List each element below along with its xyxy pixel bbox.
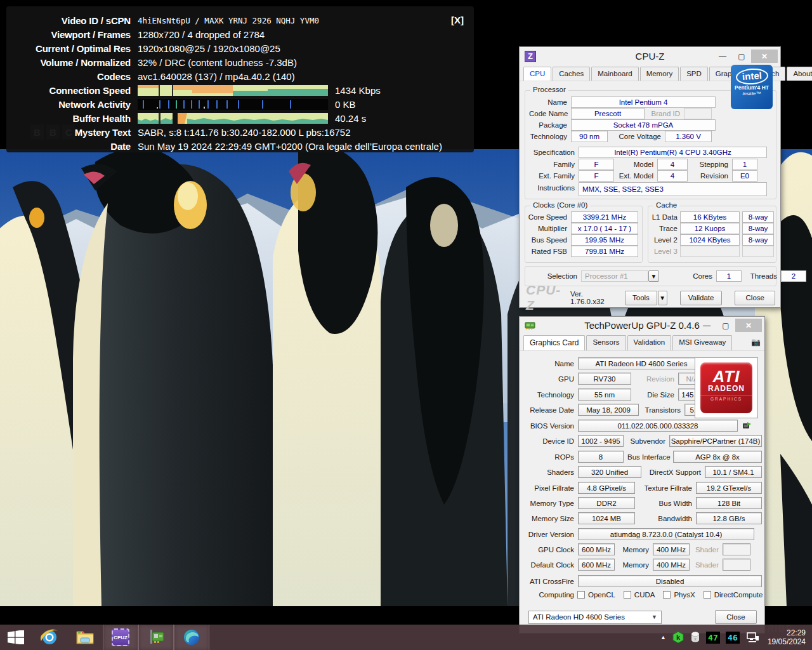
clock-date: 19/05/2024	[768, 637, 806, 646]
kaspersky-tray-icon[interactable]: k	[672, 631, 684, 644]
opencl-checkbox[interactable]	[577, 591, 585, 599]
brand-id-value	[684, 108, 712, 119]
bandwidth-value: 12.8 GB/s	[696, 512, 762, 524]
field-label: Package	[529, 121, 567, 129]
stats-row: Viewport / Frames 1280x720 / 4 dropped o…	[6, 27, 474, 41]
show-hidden-icons-arrow[interactable]: ▲	[660, 634, 666, 640]
taskbar-cpuz[interactable]: CPUZ	[103, 625, 138, 650]
gpu-select-dropdown[interactable]: ATI Radeon HD 4600 Series ▼	[528, 611, 662, 624]
internet-explorer-icon	[40, 628, 59, 646]
tab-spd[interactable]: SPD	[680, 67, 708, 81]
memory-type-value: DDR2	[578, 497, 635, 509]
stats-close-button[interactable]: [X]	[451, 15, 464, 25]
field-label: Shaders	[523, 468, 574, 476]
bus-width-value: 128 Bit	[696, 497, 762, 509]
tab-mainboard[interactable]: Mainboard	[591, 67, 638, 81]
field-label: Computing	[523, 591, 574, 599]
close-icon[interactable]: ✕	[735, 319, 762, 332]
field-label: Family	[529, 161, 575, 168]
ext-model-value: 4	[657, 170, 688, 182]
field-label: BIOS Version	[523, 422, 574, 430]
field-label: GPU Clock	[523, 546, 574, 554]
taskbar-edge[interactable]	[174, 625, 209, 650]
field-label: Name	[523, 360, 574, 368]
stats-row-connection: Connection Speed 1434 Kbps	[6, 83, 474, 97]
network-tray-icon[interactable]	[745, 631, 759, 644]
taskbar-gpuz[interactable]	[138, 625, 174, 650]
cpuz-close-button[interactable]: Close	[735, 291, 775, 305]
edge-icon	[183, 628, 200, 646]
stats-row: Date Sun May 19 2024 22:29:49 GMT+0200 (…	[6, 139, 474, 153]
buffer-health-graph	[138, 113, 328, 124]
checkbox-label: OpenCL	[588, 591, 615, 599]
graphics-text: GRAPHICS	[700, 395, 752, 401]
tab-graphics-card[interactable]: Graphics Card	[523, 335, 585, 350]
bios-version-value: 011.022.005.000.033328	[578, 420, 738, 432]
minimize-icon[interactable]: —	[713, 50, 732, 63]
tools-button[interactable]: Tools	[625, 291, 657, 305]
screenshot-camera-icon[interactable]: 📷	[751, 335, 761, 350]
start-button[interactable]	[0, 625, 32, 650]
taskbar-clock[interactable]: 22:29 19/05/2024	[765, 628, 806, 646]
checkbox-label: CUDA	[634, 591, 655, 599]
taskbar-file-explorer[interactable]	[67, 625, 103, 650]
dropdown-arrow-icon[interactable]: ▾	[648, 270, 659, 282]
ati-logo-box: ATI RADEON GRAPHICS	[695, 357, 758, 418]
physx-checkbox[interactable]	[663, 591, 671, 599]
l2-assoc-value: 8-way	[742, 234, 774, 246]
gpu-temp-tray-readout[interactable]: 47	[706, 632, 720, 644]
selection-groupbox: Selection Processor #1 ▾ Cores 1 Threads…	[525, 266, 776, 286]
bus-interface-value: AGP 8x @ 8x	[673, 451, 762, 463]
cpuz-taskbar-icon: CPUZ	[112, 628, 129, 646]
cpu-name-value: Intel Pentium 4	[571, 96, 716, 108]
stats-label: Date	[15, 141, 131, 152]
stats-value: avc1.640028 (137) / mp4a.40.2 (140)	[138, 71, 295, 82]
gpu-technology-value: 55 nm	[578, 388, 631, 401]
tab-memory[interactable]: Memory	[640, 67, 679, 81]
tools-dropdown-icon[interactable]: ▾	[658, 291, 667, 305]
white-utility-tray-icon[interactable]: x	[690, 631, 700, 644]
ext-family-value: F	[579, 170, 614, 182]
tab-msi-giveaway[interactable]: MSI Giveaway	[672, 335, 732, 350]
taskbar-internet-explorer[interactable]	[32, 625, 67, 650]
field-label: Multiplier	[528, 225, 567, 232]
intel-pentium-text: Pentium'4 HT	[731, 84, 773, 91]
directcompute-checkbox[interactable]	[704, 591, 711, 599]
processor-selection-dropdown[interactable]: Processor #1	[581, 270, 648, 282]
field-label: Technology	[523, 391, 574, 399]
close-icon[interactable]: ✕	[751, 50, 778, 63]
stats-for-nerds-panel: [X] Video ID / sCPN 4hiENsNt6pU / MAXK Y…	[6, 6, 474, 152]
cuda-checkbox[interactable]	[624, 591, 631, 599]
rated-fsb-value: 799.81 MHz	[571, 246, 638, 257]
field-label: Revision	[635, 375, 674, 383]
tab-caches[interactable]: Caches	[553, 67, 590, 81]
field-label: Device ID	[523, 437, 574, 445]
pixel-fillrate-value: 4.8 GPixel/s	[578, 482, 635, 494]
stats-label: Volume / Normalized	[15, 57, 131, 68]
gpu-name-value: ATI Radeon HD 4600 Series	[578, 357, 705, 369]
maximize-icon[interactable]: ▢	[732, 50, 751, 63]
tab-cpu[interactable]: CPU	[523, 67, 551, 81]
maximize-icon[interactable]: ▢	[716, 319, 735, 332]
tab-sensors[interactable]: Sensors	[586, 335, 625, 350]
gpu-chip-value: RV730	[578, 373, 631, 385]
field-label: Code Name	[529, 110, 567, 117]
field-label: Level 2	[651, 236, 678, 244]
package-value: Socket 478 mPGA	[571, 119, 716, 131]
tab-validation[interactable]: Validation	[627, 335, 672, 350]
minimize-icon[interactable]: —	[697, 319, 716, 332]
gpuz-close-button[interactable]: Close	[715, 610, 757, 624]
cpuz-footer: CPU-Z Ver. 1.76.0.x32 Tools ▾ Validate C…	[526, 289, 775, 306]
field-label: Specification	[529, 149, 575, 156]
cpu-temp-tray-readout[interactable]: 46	[726, 632, 740, 644]
shader-clock-value	[723, 543, 750, 555]
technology-value: 90 nm	[571, 131, 608, 142]
device-id-value: 1002 - 9495	[578, 435, 624, 447]
trace-cache-value: 12 Kuops	[680, 223, 740, 234]
field-label: Instructions	[529, 182, 575, 192]
default-memory-clock-value: 400 MHz	[653, 559, 690, 571]
trace-assoc-value: 8-way	[742, 223, 774, 234]
bios-chip-icon[interactable]	[742, 421, 752, 430]
tab-about[interactable]: About	[787, 67, 812, 81]
validate-button[interactable]: Validate	[680, 291, 723, 305]
